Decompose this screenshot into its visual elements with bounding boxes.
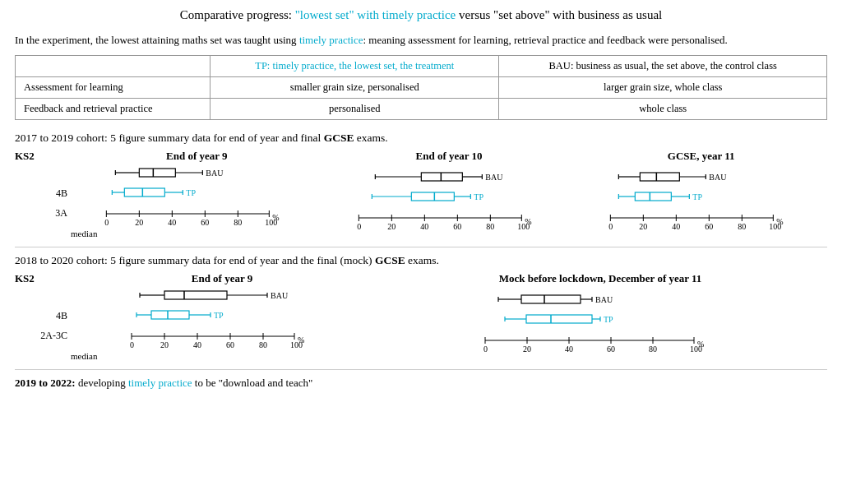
cohort2-eoy9-axis: 0 20 40 60 80 100 % bbox=[71, 331, 373, 349]
svg-text:80: 80 bbox=[486, 222, 494, 231]
cohort2-ks2-header: KS2 bbox=[15, 272, 71, 285]
cohort2-eoy9-chart: BAU TP 0 20 40 60 bbox=[71, 287, 373, 361]
svg-rect-114 bbox=[521, 295, 581, 303]
cohort2-section: 2018 to 2020 cohort: 5 figure summary da… bbox=[15, 254, 827, 361]
svg-text:%: % bbox=[298, 335, 304, 344]
cohort2-ks2-2a3c: 2A-3C bbox=[15, 329, 71, 342]
svg-text:80: 80 bbox=[738, 222, 747, 231]
svg-text:BAU: BAU bbox=[595, 295, 613, 304]
cohort2-eoy9-header: End of year 9 bbox=[71, 272, 373, 285]
svg-text:80: 80 bbox=[234, 218, 242, 227]
svg-text:60: 60 bbox=[607, 344, 615, 354]
svg-text:%: % bbox=[525, 217, 531, 226]
cohort1-gcse-svg: BAU TP bbox=[575, 169, 827, 210]
table-row-bau: larger grain size, whole class bbox=[499, 76, 827, 98]
intro-paragraph: In the experiment, the lowest attaining … bbox=[15, 32, 827, 49]
svg-text:0: 0 bbox=[130, 340, 134, 349]
svg-rect-121 bbox=[526, 315, 592, 323]
svg-rect-86 bbox=[164, 291, 227, 299]
svg-text:TP: TP bbox=[693, 192, 703, 201]
svg-text:60: 60 bbox=[453, 222, 461, 231]
svg-text:%: % bbox=[272, 213, 279, 222]
cohort2-mock-header: Mock before lockdown, December of year 1… bbox=[373, 272, 827, 285]
table-header-bau: BAU: business as usual, the set above, t… bbox=[499, 55, 827, 76]
svg-text:40: 40 bbox=[565, 344, 573, 354]
bottom-note: 2019 to 2022: developing timely practice… bbox=[15, 377, 827, 390]
cohort1-ks2-labels: 4B 3A bbox=[15, 183, 71, 220]
cohort2-mock-svg: BAU TP bbox=[373, 291, 827, 332]
svg-text:%: % bbox=[777, 217, 784, 226]
table-row-tp: smaller grain size, personalised bbox=[210, 76, 499, 98]
cohort2-eoy9-svg: BAU TP bbox=[71, 287, 373, 328]
cohort1-gcse-axis: 0 20 40 60 80 100 % bbox=[575, 213, 827, 231]
cohort1-eoy10-header: End of year 10 bbox=[323, 150, 576, 163]
table-row: Assessment for learningsmaller grain siz… bbox=[16, 76, 827, 98]
section-divider-2 bbox=[15, 369, 827, 370]
cohort2-title: 2018 to 2020 cohort: 5 figure summary da… bbox=[15, 254, 827, 267]
cohort1-ks2-4b: 4B bbox=[15, 187, 71, 200]
table-row-bau: whole class bbox=[499, 98, 827, 119]
svg-rect-58 bbox=[641, 173, 680, 181]
svg-text:0: 0 bbox=[104, 218, 109, 227]
cohort1-eoy9-median-label: median bbox=[71, 229, 323, 238]
svg-rect-9 bbox=[124, 188, 164, 197]
cohort1-eoy9-svg: BAU TP bbox=[71, 164, 323, 206]
cohort1-ks2-header: KS2 bbox=[15, 150, 71, 163]
cohort1-eoy9-chart: BAU TP 0 20 40 bbox=[71, 164, 323, 238]
svg-text:BAU: BAU bbox=[206, 169, 224, 178]
svg-text:40: 40 bbox=[193, 340, 201, 349]
svg-text:TP: TP bbox=[186, 188, 196, 197]
cohort1-section: 2017 to 2019 cohort: 5 figure summary da… bbox=[15, 132, 827, 238]
cohort1-gcse-header: GCSE, year 11 bbox=[575, 150, 827, 163]
section-divider bbox=[15, 247, 827, 247]
svg-text:BAU: BAU bbox=[271, 291, 289, 300]
cohort1-ks2-3a: 3A bbox=[15, 206, 71, 220]
comparison-table: TP: timely practice, the lowest set, the… bbox=[15, 55, 827, 120]
svg-text:BAU: BAU bbox=[710, 173, 728, 182]
svg-text:60: 60 bbox=[226, 340, 234, 349]
svg-text:20: 20 bbox=[640, 222, 648, 231]
cohort1-eoy10-svg: BAU TP bbox=[323, 169, 576, 210]
svg-rect-30 bbox=[421, 173, 462, 181]
svg-rect-2 bbox=[139, 169, 175, 177]
cohort2-eoy9-median-label: median bbox=[71, 351, 373, 361]
svg-text:20: 20 bbox=[387, 222, 396, 231]
cohort1-title: 2017 to 2019 cohort: 5 figure summary da… bbox=[15, 132, 827, 145]
table-header-tp: TP: timely practice, the lowest set, the… bbox=[210, 55, 499, 76]
svg-text:%: % bbox=[697, 340, 704, 349]
svg-text:40: 40 bbox=[673, 222, 681, 231]
svg-text:TP: TP bbox=[474, 192, 483, 201]
svg-text:60: 60 bbox=[201, 218, 209, 227]
svg-rect-93 bbox=[151, 311, 189, 319]
cohort1-eoy10-chart: BAU TP 0 20 40 60 bbox=[323, 169, 576, 234]
svg-text:BAU: BAU bbox=[485, 173, 503, 182]
svg-text:TP: TP bbox=[604, 315, 613, 324]
svg-rect-65 bbox=[636, 192, 672, 201]
svg-text:20: 20 bbox=[523, 344, 531, 354]
table-row: Feedback and retrieval practicepersonali… bbox=[16, 98, 827, 119]
cohort1-eoy9-axis: 0 20 40 60 80 100 % bbox=[71, 209, 323, 227]
cohort2-ks2-4b: 4B bbox=[15, 309, 71, 322]
cohort1-gcse-chart: BAU TP 0 20 40 60 bbox=[575, 169, 827, 234]
svg-text:TP: TP bbox=[214, 311, 224, 320]
svg-text:80: 80 bbox=[649, 344, 657, 354]
svg-text:40: 40 bbox=[420, 222, 428, 231]
cohort2-ks2-labels: 4B 2A-3C bbox=[15, 306, 71, 342]
cohort1-eoy10-axis: 0 20 40 60 80 100 % bbox=[323, 213, 576, 231]
svg-text:80: 80 bbox=[259, 340, 267, 349]
svg-text:20: 20 bbox=[135, 218, 143, 227]
main-title: Comparative progress: "lowest set" with … bbox=[15, 8, 827, 22]
svg-text:0: 0 bbox=[357, 222, 361, 231]
table-row-label: Assessment for learning bbox=[16, 76, 210, 98]
svg-text:0: 0 bbox=[609, 222, 613, 231]
svg-text:40: 40 bbox=[168, 218, 176, 227]
cohort2-mock-axis: 0 20 40 60 80 100 % bbox=[373, 335, 827, 354]
table-row-label: Feedback and retrieval practice bbox=[16, 98, 210, 119]
cohort1-eoy9-header: End of year 9 bbox=[71, 150, 323, 163]
svg-text:20: 20 bbox=[160, 340, 169, 349]
svg-text:60: 60 bbox=[706, 222, 714, 231]
svg-rect-37 bbox=[411, 192, 454, 201]
table-row-tp: personalised bbox=[210, 98, 499, 119]
svg-text:0: 0 bbox=[483, 344, 488, 354]
cohort2-mock-chart: BAU TP 0 20 40 60 bbox=[373, 291, 827, 357]
